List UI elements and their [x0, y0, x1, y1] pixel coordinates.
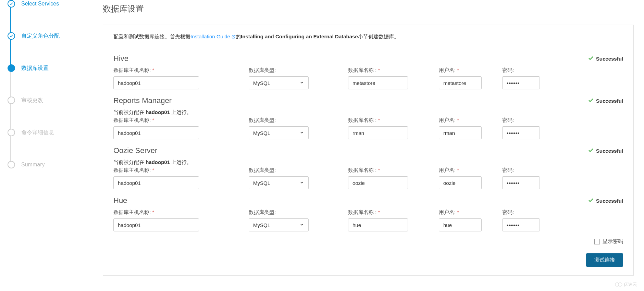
field-password: 密码:	[502, 67, 540, 89]
field-label: 数据库主机名称: *	[113, 209, 199, 216]
step-marker	[8, 129, 15, 136]
host-input[interactable]	[113, 176, 199, 189]
field-label: 数据库类型:	[249, 67, 309, 74]
dbtype-select[interactable]: MySQL	[249, 218, 309, 231]
field-host: 数据库主机名称: *	[113, 209, 199, 231]
dbname-input[interactable]	[348, 176, 408, 189]
form-row: 数据库主机名称: *数据库类型:MySQL数据库名称 : *用户名: *密码:	[113, 209, 623, 231]
test-connection-button[interactable]: 测试连接	[586, 253, 623, 267]
field-dbname: 数据库名称 : *	[348, 167, 408, 189]
field-dbtype: 数据库类型:MySQL	[249, 117, 309, 139]
chevron-down-icon	[299, 80, 304, 86]
instruction-text: 配置和测试数据库连接。首先根据Installation Guide 的Insta…	[113, 34, 623, 47]
dbtype-select[interactable]: MySQL	[249, 76, 309, 89]
page-title: 数据库设置	[103, 3, 634, 14]
status-badge: Successful	[588, 55, 623, 62]
sidebar: Select Services自定义角色分配数据库设置审核更改命令详细信息Sum…	[0, 0, 103, 286]
step-label: Select Services	[21, 1, 59, 7]
status-text: Successful	[596, 98, 623, 104]
dbname-input[interactable]	[348, 126, 408, 139]
password-input[interactable]	[502, 218, 540, 231]
dbname-input[interactable]	[348, 218, 408, 231]
wizard-step: 数据库设置	[12, 64, 96, 72]
svg-line-0	[233, 35, 235, 37]
field-dbname: 数据库名称 : *	[348, 67, 408, 89]
status-text: Successful	[596, 148, 623, 154]
content-box: 配置和测试数据库连接。首先根据Installation Guide 的Insta…	[103, 25, 634, 276]
section-title: Hive	[113, 54, 128, 63]
password-input[interactable]	[502, 176, 540, 189]
field-password: 密码:	[502, 117, 540, 139]
step-label: 自定义角色分配	[21, 33, 60, 40]
password-input[interactable]	[502, 126, 540, 139]
field-host: 数据库主机名称: *	[113, 167, 199, 189]
step-marker	[8, 64, 15, 72]
dbname-input[interactable]	[348, 76, 408, 89]
wizard-step[interactable]: 自定义角色分配	[12, 32, 96, 40]
dbtype-select[interactable]: MySQL	[249, 176, 309, 189]
wizard-steps: Select Services自定义角色分配数据库设置审核更改命令详细信息Sum…	[7, 0, 96, 168]
instruction-bold: Installing and Configuring an External D…	[241, 34, 358, 39]
field-label: 数据库类型:	[249, 209, 309, 216]
section-title: Reports Manager	[113, 96, 172, 105]
check-icon	[588, 55, 596, 62]
check-icon	[588, 147, 596, 154]
host-input[interactable]	[113, 126, 199, 139]
section-title: Oozie Server	[113, 146, 157, 155]
assigned-note: 当前被分配在 hadoop01 上运行。	[113, 109, 623, 116]
field-label: 数据库主机名称: *	[113, 167, 199, 174]
status-text: Successful	[596, 198, 623, 204]
step-label: 审核更改	[21, 97, 43, 104]
watermark-text: 亿速云	[624, 281, 637, 286]
field-label: 数据库名称 : *	[348, 167, 408, 174]
check-icon	[588, 197, 596, 204]
field-label: 用户名: *	[439, 167, 482, 174]
wizard-step[interactable]: Select Services	[12, 0, 96, 8]
field-label: 用户名: *	[439, 67, 482, 74]
field-label: 密码:	[502, 209, 540, 216]
host-input[interactable]	[113, 76, 199, 89]
form-row: 数据库主机名称: *数据库类型:MySQL数据库名称 : *用户名: *密码:	[113, 167, 623, 189]
section-header: Reports ManagerSuccessful	[113, 96, 623, 105]
wizard-step: 命令详细信息	[12, 129, 96, 136]
status-badge: Successful	[588, 197, 623, 204]
field-dbtype: 数据库类型:MySQL	[249, 167, 309, 189]
section-title: Hue	[113, 196, 127, 205]
field-label: 密码:	[502, 117, 540, 124]
show-password-row: 显示密码	[113, 238, 623, 245]
installation-guide-link[interactable]: Installation Guide	[190, 34, 236, 39]
host-input[interactable]	[113, 218, 199, 231]
show-password-checkbox[interactable]	[594, 239, 600, 244]
field-label: 用户名: *	[439, 117, 482, 124]
field-label: 数据库主机名称: *	[113, 117, 199, 124]
step-label: 数据库设置	[21, 65, 49, 72]
chevron-down-icon	[299, 222, 304, 228]
assigned-note: 当前被分配在 hadoop01 上运行。	[113, 159, 623, 166]
user-input[interactable]	[439, 218, 482, 231]
user-input[interactable]	[439, 176, 482, 189]
field-label: 密码:	[502, 67, 540, 74]
check-icon	[8, 32, 15, 40]
step-marker	[8, 97, 15, 104]
user-input[interactable]	[439, 126, 482, 139]
watermark-icon	[615, 282, 622, 286]
form-row: 数据库主机名称: *数据库类型:MySQL数据库名称 : *用户名: *密码:	[113, 67, 623, 89]
field-dbname: 数据库名称 : *	[348, 209, 408, 231]
status-text: Successful	[596, 56, 623, 62]
dbtype-select[interactable]: MySQL	[249, 126, 309, 139]
instruction-suffix: 小节创建数据库。	[358, 34, 399, 39]
wizard-step: 审核更改	[12, 97, 96, 104]
user-input[interactable]	[439, 76, 482, 89]
field-label: 数据库名称 : *	[348, 209, 408, 216]
field-label: 数据库类型:	[249, 117, 309, 124]
step-label: Summary	[21, 162, 45, 168]
field-label: 数据库主机名称: *	[113, 67, 199, 74]
status-badge: Successful	[588, 147, 623, 154]
field-label: 用户名: *	[439, 209, 482, 216]
status-badge: Successful	[588, 97, 623, 104]
field-password: 密码:	[502, 167, 540, 189]
password-input[interactable]	[502, 76, 540, 89]
chevron-down-icon	[299, 130, 304, 136]
field-host: 数据库主机名称: *	[113, 67, 199, 89]
wizard-step: Summary	[12, 161, 96, 168]
